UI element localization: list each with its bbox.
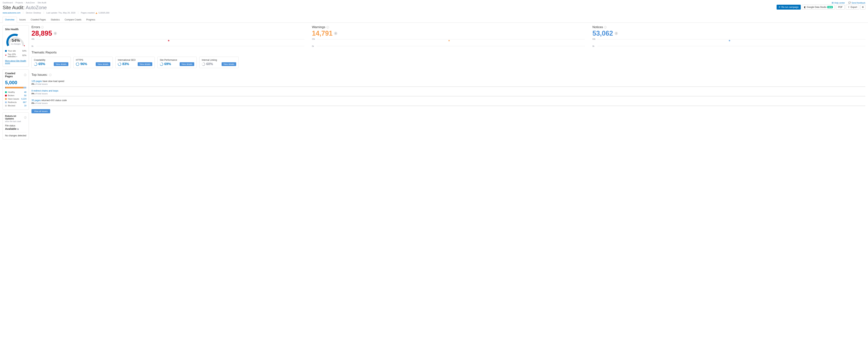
site-health-title: Site Health <box>5 28 26 31</box>
view-details-button[interactable]: View details <box>138 62 152 66</box>
send-feedback-link[interactable]: 💬Send feedback <box>848 1 865 4</box>
issue-item: 8 redirect chains and loops0% of total i… <box>31 88 865 98</box>
info-icon[interactable]: i <box>49 74 52 76</box>
site-health-gauge: 54% no changes <box>5 33 26 48</box>
robots-sub: since the last crawl <box>5 120 26 122</box>
legend-row: Your site54% <box>5 49 26 53</box>
delta-badge: 0 <box>334 32 337 35</box>
metric-value[interactable]: 14,791 <box>312 29 333 37</box>
help-center-link[interactable]: ▤Help center <box>832 1 845 4</box>
legend-row[interactable]: Blocked19 <box>5 104 26 107</box>
tab-issues[interactable]: Issues <box>17 17 28 23</box>
metric-warnings: Warningsi14,791020k0k <box>312 25 585 47</box>
thematic-name: Crawlability <box>34 59 68 61</box>
tab-overview[interactable]: Overview <box>3 17 17 23</box>
thematic-name: HTTPS <box>76 59 110 61</box>
triangle-icon <box>5 55 6 56</box>
gds-icon: ◧ <box>804 6 806 8</box>
gear-icon: ⚙ <box>862 6 864 8</box>
info-icon[interactable]: i <box>24 74 26 76</box>
progress-ring-icon <box>34 62 37 66</box>
domain-link[interactable]: www.autozone.com <box>3 11 21 14</box>
progress-ring-icon <box>202 62 205 66</box>
issue-link[interactable]: 35 pages <box>31 99 41 102</box>
legend-row[interactable]: Have issues4,224 <box>5 97 26 101</box>
top-issues-title: Top Issues: <box>31 73 48 77</box>
issue-link[interactable]: 125 pages <box>31 80 42 83</box>
robots-title: Robots.txt Updates <box>5 115 23 120</box>
legend-swatch <box>5 95 7 96</box>
tab-statistics[interactable]: Statistics <box>48 17 62 23</box>
issue-sub: 0% of total issues <box>31 102 865 104</box>
breadcrumb: Dashboard› Projects› AutoZone› Site Audi… <box>3 1 46 4</box>
meta-row: www.autozone.com Device: Desktop Last up… <box>0 11 868 17</box>
info-icon[interactable]: i <box>604 26 607 29</box>
legend-row[interactable]: Broken50 <box>5 94 26 97</box>
view-details-button[interactable]: View details <box>180 62 194 66</box>
view-all-issues-button[interactable]: View all issues <box>31 109 50 113</box>
external-link-icon[interactable]: ⧉ <box>17 128 19 130</box>
thematic-card: Site Performance69%View details <box>157 57 197 68</box>
settings-button[interactable]: ⚙ <box>860 5 865 9</box>
new-badge: NEW <box>827 6 833 8</box>
issue-item: 35 pages returned 4XX status code0% of t… <box>31 98 865 107</box>
tab-compare-crawls[interactable]: Compare Crawls <box>62 17 84 23</box>
issue-bar <box>31 86 865 87</box>
breadcrumb-current: Site Audit <box>37 1 46 4</box>
refresh-icon: ⟳ <box>779 6 780 8</box>
breadcrumb-projects[interactable]: Projects <box>16 1 23 4</box>
delta-badge: 0 <box>54 32 57 35</box>
tab-progress[interactable]: Progress <box>84 17 98 23</box>
mini-chart: 60k0k <box>592 38 865 47</box>
pdf-button[interactable]: PDF <box>836 5 845 9</box>
issue-sub: 0% of total issues <box>31 83 865 85</box>
robots-card: Robots.txt Updatesi since the last crawl… <box>3 112 29 139</box>
crawled-pages-card: Crawled Pagesi 5,000 Healthy40Broken50Ha… <box>3 69 29 110</box>
legend-swatch <box>5 105 7 107</box>
legend-swatch <box>5 98 7 100</box>
delta-badge: 2 <box>615 32 618 35</box>
legend-row[interactable]: Healthy40 <box>5 90 26 94</box>
chart-dot <box>168 40 169 41</box>
issue-item: 125 pages have slow load speed0% of tota… <box>31 79 865 88</box>
thematic-name: International SEO <box>118 59 152 61</box>
file-status-label: File status <box>5 124 26 127</box>
view-details-button[interactable]: View details <box>96 62 111 66</box>
site-health-card: Site Health 54% no changes Your site54%T… <box>3 25 29 67</box>
legend-swatch <box>5 50 7 52</box>
export-button[interactable]: ⇪Export <box>846 5 859 9</box>
metric-notices: Noticesi53,062260k0k <box>592 25 865 47</box>
crawled-pages-title: Crawled Pages <box>5 72 23 78</box>
crawled-pages-bar <box>5 87 26 89</box>
breadcrumb-dashboard[interactable]: Dashboard <box>3 1 13 4</box>
thematic-card: HTTPS96%View details <box>73 57 113 68</box>
tabs: Overview Issues Crawled Pages Statistics… <box>0 17 868 23</box>
rerun-campaign-button[interactable]: ⟳Re-run campaign <box>777 5 801 9</box>
chart-dot <box>729 40 730 41</box>
metric-value[interactable]: 28,895 <box>31 29 52 37</box>
site-health-percent: 54% <box>11 38 21 43</box>
thematic-title: Thematic Reports <box>31 51 865 54</box>
chevron-down-icon[interactable]: ▾ <box>16 56 17 58</box>
google-data-studio-button[interactable]: ◧Google Data StudioNEW <box>802 5 835 9</box>
issue-bar <box>31 106 865 106</box>
robots-no-changes: No changes detected <box>5 134 26 137</box>
view-details-button[interactable]: View details <box>222 62 237 66</box>
legend-swatch <box>5 102 7 103</box>
site-health-more-link[interactable]: More about Site Health score <box>5 60 26 64</box>
legend-row[interactable]: Redirects667 <box>5 101 26 104</box>
crawled-pages-count[interactable]: 5,000 <box>5 80 26 86</box>
metric-value[interactable]: 53,062 <box>592 29 613 37</box>
breadcrumb-project[interactable]: AutoZone <box>26 1 35 4</box>
legend-row: Top-10% websites ▾92% <box>5 53 26 58</box>
view-details-button[interactable]: View details <box>54 62 68 66</box>
info-icon[interactable]: i <box>327 26 329 29</box>
speech-icon: 💬 <box>848 1 851 4</box>
progress-ring-icon <box>160 62 163 66</box>
info-icon[interactable]: i <box>41 26 44 29</box>
tab-crawled-pages[interactable]: Crawled Pages <box>28 17 48 23</box>
issue-link[interactable]: 8 redirect chains and loops <box>31 89 58 92</box>
info-icon[interactable]: i <box>24 116 26 119</box>
progress-ring-icon <box>118 62 121 66</box>
upload-icon: ⇪ <box>848 6 850 8</box>
